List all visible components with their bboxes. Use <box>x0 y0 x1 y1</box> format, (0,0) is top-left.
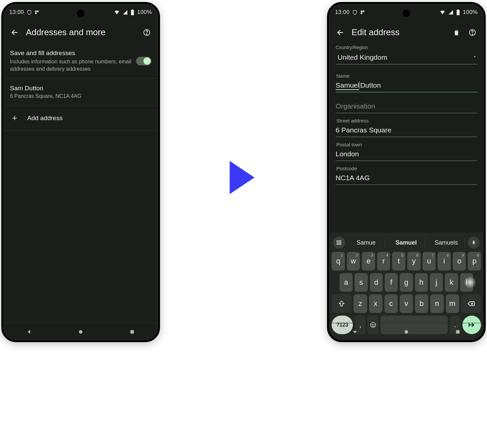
key-y[interactable]: y6 <box>407 252 421 270</box>
svg-rect-13 <box>457 10 460 15</box>
svg-rect-4 <box>132 9 133 10</box>
key-m[interactable]: m <box>446 294 459 313</box>
svg-rect-21 <box>473 241 474 243</box>
nav-recent-icon[interactable] <box>451 325 464 338</box>
toggle-switch[interactable] <box>136 57 151 65</box>
status-battery: 100% <box>463 9 478 16</box>
save-fill-toggle-row[interactable]: Save and fill addresses Includes informa… <box>3 45 158 79</box>
nav-recent-icon[interactable] <box>125 325 139 338</box>
street-label: Street address <box>336 118 477 123</box>
svg-rect-2 <box>35 13 37 14</box>
key-i[interactable]: i8 <box>438 252 451 270</box>
svg-rect-20 <box>340 243 341 245</box>
key-o[interactable]: o9 <box>453 252 466 270</box>
mic-icon[interactable] <box>468 237 480 249</box>
svg-rect-0 <box>35 11 37 12</box>
toggle-title: Save and fill addresses <box>10 49 132 57</box>
name-value: SamuelDutton <box>336 81 477 89</box>
shield-icon <box>352 10 358 15</box>
edit-address-form: Country/Region United Kingdom Name Samue… <box>329 45 484 233</box>
key-w[interactable]: w2 <box>347 252 360 270</box>
apps-icon <box>35 10 39 15</box>
key-j[interactable]: j <box>430 273 443 292</box>
nav-back-icon[interactable] <box>23 325 36 338</box>
keyboard-row-3: zxcvbnm <box>332 294 481 313</box>
nav-hide-keyboard-icon[interactable] <box>348 325 362 338</box>
svg-rect-12 <box>361 13 363 14</box>
postcode-value: NC1A 4AG <box>336 174 477 182</box>
suggestion-2[interactable]: Samuel <box>388 238 425 248</box>
delete-icon[interactable] <box>452 28 461 37</box>
battery-icon <box>130 9 134 15</box>
key-n[interactable]: n <box>430 294 444 313</box>
key-s[interactable]: s <box>355 273 367 292</box>
android-navbar <box>329 323 484 340</box>
page-title: Addresses and more <box>26 27 135 37</box>
svg-rect-11 <box>363 11 365 12</box>
suggestion-bar: Samue Samuel Samuels <box>332 235 481 252</box>
address-item[interactable]: Sam Dutton 6 Pancras Square, NC1A 4AG <box>3 79 158 106</box>
key-x[interactable]: x <box>369 294 382 313</box>
back-icon[interactable] <box>10 28 19 37</box>
key-e[interactable]: e3 <box>362 252 375 270</box>
svg-rect-3 <box>131 10 134 15</box>
svg-rect-18 <box>340 241 341 242</box>
app-bar: Addresses and more <box>3 21 158 45</box>
keyboard-row-2: asdfghjkl <box>332 273 481 292</box>
svg-rect-1 <box>37 11 39 12</box>
key-v[interactable]: v <box>400 294 413 313</box>
help-icon[interactable] <box>468 28 477 37</box>
organisation-placeholder: Organisation <box>336 102 477 110</box>
clipboard-icon[interactable] <box>333 237 345 249</box>
toggle-subtitle: Includes information such as phone numbe… <box>10 58 132 72</box>
country-select[interactable]: United Kingdom <box>336 53 477 64</box>
svg-marker-9 <box>229 161 254 194</box>
country-value: United Kingdom <box>338 53 472 61</box>
key-f[interactable]: f <box>385 273 398 292</box>
back-icon[interactable] <box>336 28 345 37</box>
apps-icon <box>360 10 365 15</box>
suggestion-1[interactable]: Samue <box>348 238 385 248</box>
svg-rect-30 <box>456 330 460 334</box>
key-g[interactable]: g <box>400 273 413 292</box>
name-field[interactable]: Name SamuelDutton <box>336 73 477 92</box>
town-field[interactable]: Postal town London <box>336 142 477 161</box>
key-h[interactable]: h <box>415 273 428 292</box>
key-z[interactable]: z <box>354 294 367 313</box>
key-a[interactable]: a <box>340 273 353 292</box>
svg-point-29 <box>405 330 408 334</box>
key-d[interactable]: d <box>370 273 383 292</box>
postcode-field[interactable]: Postcode NC1A 4AG <box>336 166 477 185</box>
shield-icon <box>27 10 32 15</box>
backspace-key[interactable] <box>461 294 481 313</box>
address-name: Sam Dutton <box>10 85 151 92</box>
add-address-label: Add address <box>27 114 63 122</box>
plus-icon: + <box>11 113 18 123</box>
key-k[interactable]: k <box>445 273 458 292</box>
status-battery: 100% <box>137 9 152 16</box>
key-c[interactable]: c <box>384 294 398 313</box>
nav-home-icon[interactable] <box>74 325 87 338</box>
postcode-label: Postcode <box>336 166 477 171</box>
key-r[interactable]: r4 <box>377 252 390 270</box>
help-icon[interactable] <box>142 28 151 37</box>
svg-rect-10 <box>361 11 363 12</box>
key-p[interactable]: p0 <box>468 252 481 270</box>
status-time: 13:00 <box>9 9 24 16</box>
key-u[interactable]: u7 <box>423 252 436 270</box>
phone-edit-address: 13:00 100% Edit address Country/Region U… <box>327 2 486 342</box>
address-line: 6 Pancras Square, NC1A 4AG <box>10 93 151 99</box>
street-field[interactable]: Street address 6 Pancras Square <box>336 118 477 137</box>
add-address-button[interactable]: + Add address <box>3 106 158 131</box>
battery-icon <box>456 9 460 15</box>
shift-key[interactable] <box>332 294 352 313</box>
app-bar: Edit address <box>329 21 484 45</box>
page-title: Edit address <box>352 27 445 37</box>
key-t[interactable]: t5 <box>392 252 405 270</box>
nav-home-icon[interactable] <box>400 325 413 338</box>
key-b[interactable]: b <box>415 294 428 313</box>
suggestion-3[interactable]: Samuels <box>428 238 465 248</box>
key-q[interactable]: q1 <box>332 252 345 270</box>
organisation-field[interactable]: Organisation <box>336 102 477 113</box>
key-l[interactable]: l <box>460 273 473 292</box>
